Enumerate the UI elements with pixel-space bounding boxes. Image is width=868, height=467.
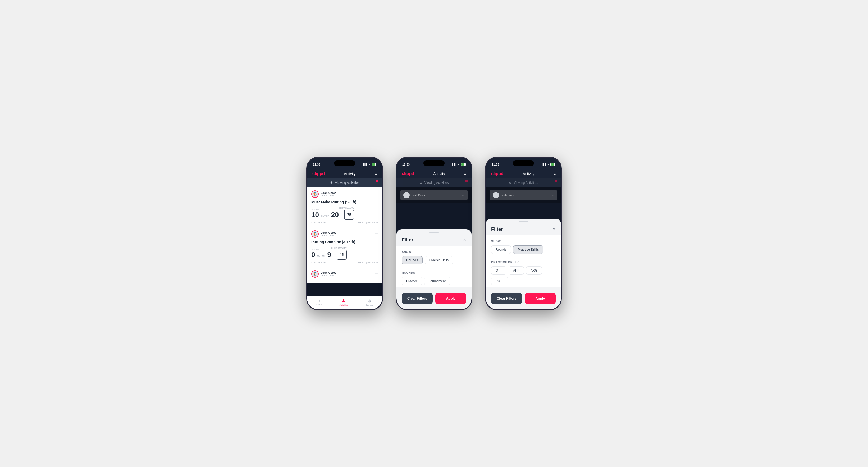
dots-menu-2[interactable]: ··· (375, 232, 378, 236)
dots-menu-3[interactable]: ··· (375, 272, 378, 276)
practice-drills-section-3: Practice Drills OTT APP ARG PUTT (491, 256, 556, 287)
nav-title-2: Activity (433, 172, 445, 176)
apply-btn-3[interactable]: Apply (525, 293, 556, 304)
viewing-bar-3: ⚙ Viewing Activities (486, 178, 561, 187)
tournament-btn-2[interactable]: Tournament (424, 277, 450, 285)
practice-drills-btn-3[interactable]: Practice Drills (513, 245, 543, 254)
footer-left-2: ℹ Test Information (311, 261, 328, 263)
signal-icon: ▐▐▐ (362, 163, 367, 166)
sq-badge-2: 45 (337, 250, 347, 260)
phone-1-inner: 11:33 ▐▐▐ ▲ clippd Activity ≡ (307, 158, 382, 309)
hamburger-icon-3[interactable]: ≡ (554, 172, 556, 176)
show-buttons-2: Rounds Practice Drills (402, 256, 466, 264)
filter-body-3: Show Rounds Practice Drills Practice Dri… (486, 235, 561, 287)
battery-icon-3 (550, 163, 555, 166)
filter-footer-2: Clear Filters Apply (397, 287, 471, 304)
partial-user-2: Josh Coles (412, 194, 425, 197)
viewing-dot-3 (555, 180, 557, 183)
filter-title-3: Filter (491, 227, 503, 232)
footer-right-2: Data: Clippd Capture (358, 261, 378, 263)
drills-buttons-3: OTT APP ARG PUTT (491, 266, 556, 285)
score-value-2: 0 (311, 251, 315, 258)
filter-header-3: Filter ✕ (486, 222, 561, 235)
tab-home-1[interactable]: ⌂ Home (316, 298, 321, 306)
filter-show-section-2: Show Rounds Practice Drills (402, 246, 466, 267)
battery-icon-2 (461, 163, 466, 166)
avatar-3: 🏌️ (311, 270, 319, 278)
phone-2-inner: 11:33 ▐▐▐ ▲ clippd Activity ≡ (397, 158, 471, 309)
phone-1: 11:33 ▐▐▐ ▲ clippd Activity ≡ (306, 157, 383, 310)
viewing-bar-text-3: Viewing Activities (514, 181, 538, 185)
practice-drills-btn-2[interactable]: Practice Drills (425, 256, 453, 264)
card-footer-1: ℹ Test Information Data: Clippd Capture (311, 221, 378, 224)
viewing-dot-2 (465, 180, 468, 183)
rounds-section-label-2: Rounds (402, 271, 466, 274)
shot-quality-container-1: Shot Quality 75 (339, 207, 354, 220)
signal-icon-3: ▐▐▐ (541, 163, 546, 166)
activity-card-2: 🏌️ Josh Coles 28 Feb 2023 ··· Putting Co (307, 227, 382, 267)
phone-2-wrapper: 11:33 ▐▐▐ ▲ clippd Activity ≡ (396, 157, 472, 310)
hamburger-icon-1[interactable]: ≡ (375, 172, 377, 176)
filter-sheet-3: Filter ✕ Show Rounds Practice Drills (486, 219, 561, 309)
nav-bar-2: clippd Activity ≡ (397, 169, 471, 178)
phone-3-wrapper: 11:33 ▐▐▐ ▲ clippd Activity ≡ (485, 157, 562, 310)
arg-btn-3[interactable]: ARG (526, 266, 542, 275)
rounds-section-2: Rounds Practice Tournament (402, 267, 466, 287)
rounds-btn-2[interactable]: Rounds (402, 256, 423, 264)
clear-filters-btn-2[interactable]: Clear Filters (402, 293, 433, 304)
nav-bar-1: clippd Activity ≡ (307, 169, 382, 178)
status-time-3: 11:33 (492, 163, 499, 166)
practice-round-btn-2[interactable]: Practice (402, 277, 422, 285)
phone-2-screen: 11:33 ▐▐▐ ▲ clippd Activity ≡ (397, 158, 471, 309)
close-btn-3[interactable]: ✕ (552, 227, 556, 232)
clear-filters-btn-3[interactable]: Clear Filters (491, 293, 522, 304)
filter-show-section-3: Show Rounds Practice Drills (491, 235, 556, 256)
partial-user-3: Josh Coles (501, 194, 514, 197)
show-label-3: Show (491, 240, 556, 243)
phone-1-screen: 11:33 ▐▐▐ ▲ clippd Activity ≡ (307, 158, 382, 309)
app-btn-3[interactable]: APP (508, 266, 524, 275)
shot-quality-container-2: Shot Quality 45 (331, 247, 347, 260)
apply-btn-2[interactable]: Apply (435, 293, 466, 304)
show-buttons-3: Rounds Practice Drills (491, 245, 556, 254)
backdrop-partial-3: Josh Coles ··· (486, 187, 561, 203)
user-info-2: 🏌️ Josh Coles 28 Feb 2023 (311, 230, 336, 238)
status-icons-3: ▐▐▐ ▲ (541, 163, 555, 166)
capture-label-1: Capture (366, 304, 373, 306)
hamburger-icon-2[interactable]: ≡ (464, 172, 466, 176)
shots-value-1: 20 (331, 211, 339, 218)
user-name-1: Josh Coles (321, 191, 336, 194)
activity-card-3: 🏌️ Josh Coles 28 Feb 2023 ··· (307, 267, 382, 283)
user-name-3: Josh Coles (321, 271, 336, 274)
tab-activities-1[interactable]: ♟ Activities (340, 298, 348, 306)
viewing-dot-1 (376, 180, 378, 183)
phone-3-inner: 11:33 ▐▐▐ ▲ clippd Activity ≡ (486, 158, 561, 309)
sq-label-2: Shot Quality (331, 247, 347, 249)
nav-title-1: Activity (344, 172, 355, 176)
show-label-2: Show (402, 250, 466, 253)
rounds-btn-3[interactable]: Rounds (491, 245, 511, 254)
sq-badge-1: 75 (344, 210, 354, 220)
phone-1-wrapper: 11:33 ▐▐▐ ▲ clippd Activity ≡ (306, 157, 383, 310)
footer-right-1: Data: Clippd Capture (358, 221, 378, 224)
user-date-2: 28 Feb 2023 (321, 234, 336, 237)
putt-btn-3[interactable]: PUTT (491, 277, 508, 285)
nav-bar-3: clippd Activity ≡ (486, 169, 561, 178)
user-info-1: 🏌️ Josh Coles 28 Feb 2023 (311, 190, 336, 198)
viewing-bar-1[interactable]: ⚙ Viewing Activities (307, 178, 382, 187)
dots-menu-1[interactable]: ··· (375, 192, 378, 196)
activity-card-1: 🏌️ Josh Coles 28 Feb 2023 ··· Must Make (307, 187, 382, 227)
user-info-3: 🏌️ Josh Coles 28 Feb 2023 (311, 270, 336, 278)
wifi-icon: ▲ (368, 163, 371, 166)
card-header-1: 🏌️ Josh Coles 28 Feb 2023 ··· (311, 190, 378, 198)
logo-1: clippd (312, 172, 325, 176)
close-btn-2[interactable]: ✕ (463, 238, 466, 243)
viewing-bar-text-2: Viewing Activities (425, 181, 449, 185)
dynamic-island-2 (424, 160, 444, 166)
card-footer-2: ℹ Test Information Data: Clippd Capture (311, 261, 378, 263)
avatar-1: 🏌️ (311, 190, 319, 198)
ott-btn-3[interactable]: OTT (491, 266, 506, 275)
tab-capture-1[interactable]: ⊕ Capture (366, 298, 373, 306)
card-header-2: 🏌️ Josh Coles 28 Feb 2023 ··· (311, 230, 378, 238)
activity-title-2: Putting Combine (3-15 ft) (311, 240, 378, 244)
